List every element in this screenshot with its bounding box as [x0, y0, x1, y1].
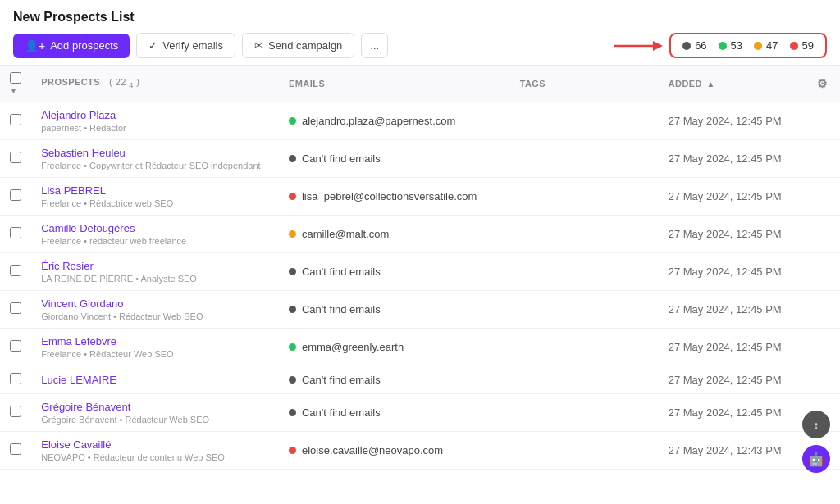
- row-actions-cell: [807, 216, 840, 253]
- add-prospects-button[interactable]: 👤+ Add prospects: [13, 34, 130, 58]
- stat-red: 59: [790, 39, 814, 52]
- toolbar: 👤+ Add prospects ✓ Verify emails ✉ Send …: [13, 33, 827, 58]
- row-checkbox[interactable]: [10, 114, 21, 125]
- email-value: Can't find emails: [302, 374, 381, 386]
- prospect-cell: Grégoire BénaventGrégoire Bénavent • Réd…: [31, 394, 279, 432]
- stats-box: 66 53 47 59: [669, 33, 827, 58]
- tags-cell: [510, 432, 659, 470]
- tags-cell: [510, 140, 659, 178]
- prospect-sub: NEOVAPO • Rédacteur de contenu Web SEO: [41, 452, 269, 462]
- prospect-name[interactable]: Eloise Cavaillé: [41, 438, 269, 451]
- row-checkbox[interactable]: [10, 406, 21, 417]
- prospect-cell: Emma LefebvreFreelance • Rédacteur Web S…: [31, 329, 279, 366]
- stat-dark-dot: [682, 42, 691, 50]
- email-value: Can't find emails: [302, 266, 381, 278]
- email-status-dot: [289, 306, 296, 313]
- prospect-sub: Freelance • Rédactrice web SEO: [41, 198, 269, 208]
- prospect-cell: Lucie LEMAIRE: [31, 366, 279, 394]
- svg-marker-1: [653, 41, 663, 51]
- filter-icon[interactable]: ⚙: [817, 77, 828, 90]
- row-checkbox[interactable]: [10, 302, 21, 314]
- prospects-header[interactable]: PROSPECTS ( 22 4 ): [31, 66, 279, 102]
- arrow-icon: [614, 37, 663, 55]
- stat-green-dot: [719, 42, 727, 50]
- table-row: Grégoire BénaventGrégoire Bénavent • Réd…: [0, 394, 840, 432]
- row-actions-cell: [807, 102, 840, 140]
- stat-red-dot: [790, 42, 798, 50]
- added-header[interactable]: ADDED ▲: [659, 66, 807, 102]
- table-row: Eloise CavailléNEOVAPO • Rédacteur de co…: [0, 432, 840, 470]
- email-cell: alejandro.plaza@papernest.com: [279, 102, 510, 140]
- email-value: emma@greenly.earth: [302, 341, 404, 353]
- email-value: eloise.cavaille@neovapo.com: [302, 444, 443, 456]
- prospect-sub: Giordano Vincent • Rédacteur Web SEO: [41, 311, 269, 321]
- email-status-dot: [289, 155, 296, 162]
- verify-icon: ✓: [148, 39, 158, 52]
- emails-header: EMAILS: [279, 66, 510, 102]
- tags-cell: [510, 253, 659, 291]
- email-cell: eloise.cavaille@neovapo.com: [279, 432, 510, 470]
- email-value: lisa_pebrel@collectionsversatile.com: [302, 190, 477, 202]
- prospect-name[interactable]: Grégoire Bénavent: [41, 401, 269, 413]
- row-checkbox[interactable]: [10, 189, 21, 201]
- added-cell: 27 May 2024, 12:45 PM: [659, 102, 807, 140]
- table-row: Alejandro Plazapapernest • Redactoraleja…: [0, 102, 840, 140]
- email-value: Can't find emails: [302, 406, 381, 419]
- tags-cell: [510, 216, 659, 253]
- row-actions-cell: [807, 178, 840, 216]
- row-checkbox[interactable]: [10, 443, 21, 455]
- prospect-name[interactable]: Camille Defougères: [41, 222, 269, 234]
- prospect-name[interactable]: Lisa PEBREL: [41, 184, 269, 197]
- more-button[interactable]: ...: [361, 33, 388, 58]
- row-actions-cell: [807, 329, 840, 366]
- table-row: Éric RosierLA REINE DE PIERRE • Analyste…: [0, 253, 840, 291]
- row-checkbox[interactable]: [10, 265, 21, 276]
- row-checkbox[interactable]: [10, 227, 21, 238]
- prospect-cell: Lisa PEBRELFreelance • Rédactrice web SE…: [31, 178, 279, 216]
- added-cell: 27 May 2024, 12:45 PM: [659, 216, 807, 253]
- sort-arrow-icon: ▲: [706, 79, 714, 89]
- added-cell: 27 May 2024, 12:45 PM: [659, 394, 807, 432]
- send-campaign-button[interactable]: ✉ Send campaign: [242, 33, 354, 58]
- chat-bot-button[interactable]: 🤖: [802, 445, 830, 473]
- scroll-button[interactable]: ↕: [802, 411, 830, 438]
- add-prospects-icon: 👤+: [25, 39, 45, 52]
- prospect-name[interactable]: Sebastien Heuleu: [41, 147, 269, 159]
- prospects-table-container: ▾ PROSPECTS ( 22 4 ) EMAILS TAGS ADDED ▲…: [0, 65, 840, 470]
- tags-cell: [510, 291, 659, 329]
- row-checkbox[interactable]: [10, 340, 21, 352]
- select-all-checkbox[interactable]: [10, 72, 21, 84]
- email-value: camille@malt.com: [302, 228, 389, 240]
- prospect-cell: Vincent GiordanoGiordano Vincent • Rédac…: [31, 291, 279, 329]
- tags-cell: [510, 394, 659, 432]
- email-status-dot: [289, 117, 296, 125]
- prospect-cell: Camille DefougèresFreelance • rédacteur …: [31, 216, 279, 253]
- prospect-name[interactable]: Vincent Giordano: [41, 297, 269, 310]
- prospect-name[interactable]: Alejandro Plaza: [41, 109, 269, 121]
- prospects-table: ▾ PROSPECTS ( 22 4 ) EMAILS TAGS ADDED ▲…: [0, 65, 840, 470]
- prospect-sub: LA REINE DE PIERRE • Analyste SEO: [41, 274, 269, 284]
- row-checkbox[interactable]: [10, 373, 21, 384]
- email-status-dot: [289, 409, 296, 416]
- prospect-name[interactable]: Lucie LEMAIRE: [41, 374, 269, 386]
- email-cell: Can't find emails: [279, 253, 510, 291]
- email-status-dot: [289, 343, 296, 351]
- prospect-cell: Eloise CavailléNEOVAPO • Rédacteur de co…: [31, 432, 279, 470]
- prospect-name[interactable]: Éric Rosier: [41, 260, 269, 272]
- row-actions-cell: [807, 291, 840, 329]
- prospect-cell: Sebastien HeuleuFreelance • Copywriter e…: [31, 140, 279, 178]
- prospect-sub: Freelance • rédacteur web freelance: [41, 236, 269, 246]
- tags-cell: [510, 329, 659, 366]
- prospect-name[interactable]: Emma Lefebvre: [41, 335, 269, 347]
- prospect-cell: Éric RosierLA REINE DE PIERRE • Analyste…: [31, 253, 279, 291]
- stat-green: 53: [719, 39, 742, 52]
- added-cell: 27 May 2024, 12:45 PM: [659, 253, 807, 291]
- verify-emails-button[interactable]: ✓ Verify emails: [136, 33, 235, 58]
- email-status-dot: [289, 193, 296, 200]
- added-cell: 27 May 2024, 12:45 PM: [659, 366, 807, 394]
- prospect-sub: Freelance • Copywriter et Rédacteur SEO …: [41, 161, 269, 170]
- added-cell: 27 May 2024, 12:43 PM: [659, 432, 807, 470]
- row-checkbox[interactable]: [10, 152, 21, 163]
- tags-cell: [510, 178, 659, 216]
- email-status-dot: [289, 230, 296, 238]
